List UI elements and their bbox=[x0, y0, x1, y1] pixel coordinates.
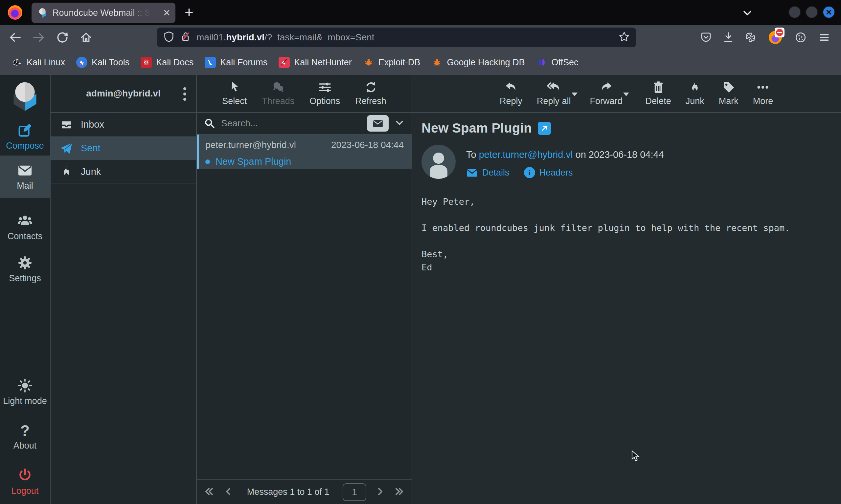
inbox-icon bbox=[60, 118, 73, 131]
bookmark-exploit-db[interactable]: Exploit-DB bbox=[363, 57, 420, 68]
options-button[interactable]: Options bbox=[309, 81, 340, 106]
folder-inbox[interactable]: Inbox bbox=[51, 113, 196, 137]
reply-all-dropdown-caret-icon[interactable] bbox=[572, 92, 578, 96]
dock-label: Contacts bbox=[7, 231, 43, 241]
browser-tab[interactable]: Roundcube Webmail :: Se × bbox=[32, 3, 175, 23]
search-input[interactable] bbox=[221, 118, 361, 129]
next-page-button[interactable] bbox=[375, 486, 385, 498]
toolbar-label: Reply all bbox=[537, 96, 571, 106]
forward-button-mail[interactable]: Forward bbox=[590, 81, 622, 106]
window-minimize-button[interactable] bbox=[788, 6, 801, 18]
compose-button[interactable]: Compose bbox=[0, 121, 50, 153]
first-page-button[interactable] bbox=[204, 486, 214, 498]
bookmark-offsec[interactable]: OffSec bbox=[536, 57, 579, 68]
message-header: To peter.turner@hybrid.vl on 2023-06-18 … bbox=[422, 145, 841, 179]
account-header: admin@hybrid.vl bbox=[51, 75, 196, 113]
bookmark-label: Google Hacking DB bbox=[447, 57, 525, 68]
subject-row: New Spam Plugin bbox=[422, 121, 841, 136]
home-button[interactable] bbox=[79, 30, 93, 44]
search-options-chevron-icon[interactable] bbox=[395, 118, 405, 129]
previous-page-button[interactable] bbox=[223, 486, 234, 498]
message-list-item[interactable]: peter.turner@hybrid.vl 2023-06-18 04:44 … bbox=[197, 134, 412, 169]
headers-button[interactable]: i Headers bbox=[524, 167, 573, 179]
bookmark-kali-forums[interactable]: Kali Forums bbox=[205, 57, 268, 68]
pocket-icon[interactable] bbox=[699, 30, 713, 44]
bookmark-kali-nethunter[interactable]: Kali NetHunter bbox=[279, 57, 352, 68]
forward-button[interactable] bbox=[32, 30, 46, 44]
reply-icon bbox=[504, 81, 518, 94]
flame-icon bbox=[688, 81, 701, 94]
bookmark-label: OffSec bbox=[552, 57, 579, 68]
threads-icon bbox=[272, 81, 285, 94]
toolbar-label: Options bbox=[309, 96, 340, 106]
bookmark-kali-tools[interactable]: Kali Tools bbox=[76, 57, 130, 68]
refresh-button[interactable]: Refresh bbox=[355, 81, 386, 106]
firefox-logo-icon[interactable] bbox=[8, 5, 22, 20]
more-button[interactable]: More bbox=[753, 81, 773, 106]
kali-tools-icon bbox=[76, 57, 87, 68]
extensions-puzzle-icon[interactable] bbox=[743, 30, 758, 44]
reload-button[interactable] bbox=[55, 30, 70, 44]
hamburger-menu-icon[interactable] bbox=[817, 30, 831, 44]
about-button[interactable]: ? About bbox=[0, 421, 50, 453]
browser-tab-bar: Roundcube Webmail :: Se × + × bbox=[0, 0, 841, 25]
reply-all-button[interactable]: Reply all bbox=[537, 81, 571, 106]
reply-button[interactable]: Reply bbox=[500, 81, 522, 106]
mail-tab[interactable]: Mail bbox=[0, 156, 50, 198]
task-menu: Compose Mail Contacts Settings bbox=[0, 75, 51, 504]
select-button[interactable]: Select bbox=[222, 81, 247, 106]
back-button[interactable] bbox=[8, 30, 22, 44]
url-bar[interactable]: mail01.hybrid.vl/?_task=mail&_mbox=Sent bbox=[157, 28, 636, 47]
recipient-link[interactable]: peter.turner@hybrid.vl bbox=[479, 149, 573, 160]
kali-forums-icon bbox=[205, 57, 216, 68]
delete-button[interactable]: Delete bbox=[646, 81, 671, 106]
folder-sent[interactable]: Sent bbox=[51, 137, 196, 160]
last-page-button[interactable] bbox=[394, 486, 405, 498]
downloads-icon[interactable] bbox=[721, 30, 736, 44]
window-maximize-button[interactable] bbox=[806, 6, 818, 18]
bookmark-kali-docs[interactable]: Kali Docs bbox=[141, 57, 193, 68]
logout-button[interactable]: Logout bbox=[0, 466, 50, 498]
bookmarks-bar: Kali Linux Kali Tools Kali Docs Kali For… bbox=[0, 50, 841, 75]
mark-button[interactable]: Mark bbox=[719, 81, 738, 106]
folder-options-kebab-icon[interactable] bbox=[183, 87, 186, 101]
settings-tab[interactable]: Settings bbox=[0, 253, 50, 286]
headers-label: Headers bbox=[539, 168, 573, 178]
cookie-icon[interactable] bbox=[793, 30, 808, 44]
search-icon bbox=[204, 118, 215, 129]
insecure-lock-icon[interactable] bbox=[179, 31, 191, 44]
details-label: Details bbox=[482, 168, 510, 178]
contacts-tab[interactable]: Contacts bbox=[0, 211, 50, 244]
bookmark-google-hacking-db[interactable]: Google Hacking DB bbox=[431, 57, 525, 68]
new-tab-button[interactable]: + bbox=[185, 3, 193, 21]
bookmark-star-icon[interactable] bbox=[618, 31, 630, 44]
reply-all-icon bbox=[547, 81, 561, 94]
toolbar-label: Refresh bbox=[355, 96, 386, 106]
toolbar-label: Forward bbox=[590, 96, 622, 106]
window-close-button[interactable]: × bbox=[823, 6, 835, 18]
page-number-input[interactable] bbox=[343, 483, 366, 501]
search-scope-button[interactable] bbox=[367, 115, 389, 131]
light-mode-toggle[interactable]: Light mode bbox=[0, 376, 50, 408]
forward-dropdown-caret-icon[interactable] bbox=[623, 92, 629, 96]
noscript-extension-icon[interactable] bbox=[768, 30, 783, 44]
junk-button[interactable]: Junk bbox=[686, 81, 704, 106]
bookmark-label: Kali NetHunter bbox=[294, 57, 352, 68]
envelope-icon bbox=[466, 167, 478, 179]
open-in-new-window-icon[interactable] bbox=[538, 122, 551, 135]
toolbar-label: Reply bbox=[500, 96, 522, 106]
tab-list-chevron-icon[interactable] bbox=[742, 7, 753, 20]
kali-nethunter-icon bbox=[279, 57, 290, 68]
tab-close-icon[interactable]: × bbox=[163, 7, 170, 19]
google-hacking-db-icon bbox=[431, 57, 443, 68]
sun-icon bbox=[17, 378, 33, 393]
folder-junk[interactable]: Junk bbox=[51, 160, 196, 184]
threads-button[interactable]: Threads bbox=[262, 81, 294, 106]
tracking-shield-icon[interactable] bbox=[163, 31, 175, 44]
bookmark-label: Kali Docs bbox=[156, 57, 193, 68]
details-toggle[interactable]: Details bbox=[466, 167, 510, 179]
more-dots-icon bbox=[756, 81, 769, 94]
browser-toolbar: mail01.hybrid.vl/?_task=mail&_mbox=Sent bbox=[0, 25, 841, 50]
bookmark-kali-linux[interactable]: Kali Linux bbox=[11, 57, 65, 68]
unread-dot-icon[interactable] bbox=[205, 160, 210, 164]
